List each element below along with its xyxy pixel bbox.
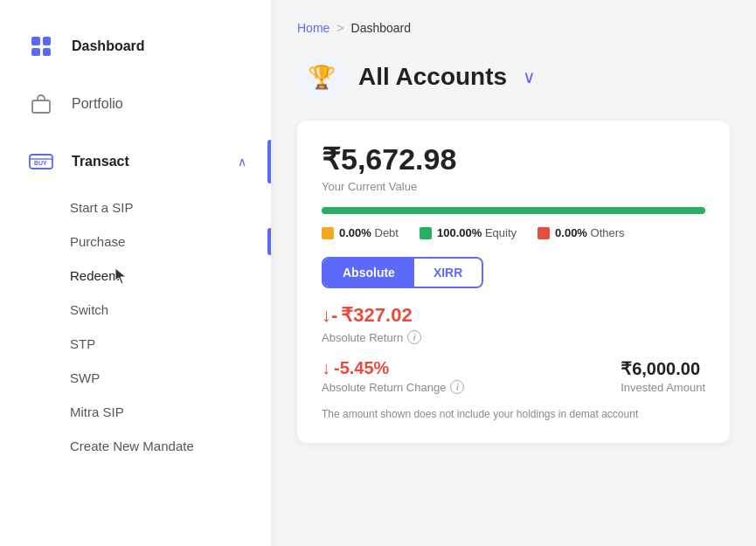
equity-dot [420,227,432,239]
return-amount: ₹327.02 [341,304,412,327]
trophy-emoji: 🏆 [308,64,336,91]
sidebar-portfolio-label: Portfolio [72,96,123,112]
sidebar-item-mitra-sip[interactable]: Mitra SIP [0,395,271,429]
main-content: Home > Dashboard 🏆 All Accounts ∨ ₹5,672… [271,0,756,546]
transact-chevron-icon: ∧ [238,155,246,169]
return-change-info-icon[interactable]: i [450,380,464,394]
transact-submenu: Start a SIP Purchase Redeem Switch STP S… [0,190,271,463]
others-pct: 0.00% Others [555,226,625,239]
portfolio-icon [24,87,58,121]
return-change-block: ↓ -5.45% Absolute Return Change i [322,358,464,394]
bar-equity [322,207,705,214]
xirr-toggle-button[interactable]: XIRR [414,259,482,287]
sidebar-item-dashboard[interactable]: Dashboard [0,17,271,75]
swp-label: SWP [70,370,100,385]
bottom-stats: ↓ -5.45% Absolute Return Change i ₹6,000… [322,358,705,394]
purchase-label: Purchase [70,234,125,249]
invested-value: ₹6,000.00 [621,358,705,379]
debt-dot [322,227,334,239]
redeem-label: Redeem [70,268,120,283]
legend-item-others: 0.00% Others [538,226,625,239]
sidebar-transact-label: Transact [72,154,129,169]
sidebar-item-stp[interactable]: STP [0,327,271,361]
cursor-icon [114,266,129,286]
equity-pct: 100.00% Equity [437,226,517,239]
invested-block: ₹6,000.00 Invested Amount [621,358,705,394]
sidebar-dashboard-label: Dashboard [72,38,145,54]
start-a-sip-label: Start a SIP [70,200,134,215]
current-value-label: Your Current Value [322,180,705,193]
purchase-active-bar [267,228,271,255]
legend-item-debt: 0.00% Debt [322,226,399,239]
sidebar: Dashboard Portfolio BUY Transact ∧ Start… [0,0,271,546]
disclaimer-text: The amount shown does not include your h… [322,406,671,422]
allocation-legend: 0.00% Debt 100.00% Equity 0.00% Others [322,226,705,239]
switch-label: Switch [70,302,108,317]
breadcrumb-current: Dashboard [351,21,412,35]
return-label: Absolute Return i [322,330,705,344]
sidebar-item-create-new-mandate[interactable]: Create New Mandate [0,429,271,463]
account-title: All Accounts [358,63,507,91]
return-value: ↓-₹327.02 [322,304,705,327]
legend-item-equity: 100.00% Equity [420,226,517,239]
sidebar-item-portfolio[interactable]: Portfolio [0,75,271,133]
mitra-sip-label: Mitra SIP [70,404,124,419]
sidebar-item-start-a-sip[interactable]: Start a SIP [0,190,271,225]
allocation-bar [322,207,705,214]
breadcrumb-separator: > [336,21,343,35]
current-value-amount: ₹5,672.98 [322,142,705,176]
absolute-toggle-button[interactable]: Absolute [323,259,414,287]
breadcrumb: Home > Dashboard [297,21,730,35]
debt-pct: 0.00% Debt [339,226,399,239]
return-prefix: ↓- [322,304,337,327]
others-dot [538,227,550,239]
stp-label: STP [70,336,95,351]
svg-rect-0 [32,100,50,113]
dashboard-card: ₹5,672.98 Your Current Value 0.00% Debt … [297,121,730,443]
return-change-label: Absolute Return Change i [322,380,464,394]
account-chevron-down-icon[interactable]: ∨ [523,66,536,87]
sidebar-item-swp[interactable]: SWP [0,361,271,395]
create-new-mandate-label: Create New Mandate [70,439,194,453]
dashboard-icon [24,30,58,63]
sidebar-item-redeem[interactable]: Redeem [0,259,271,293]
sidebar-item-purchase[interactable]: Purchase [0,225,271,259]
svg-text:BUY: BUY [34,160,47,166]
return-change-arrow: ↓ [322,358,330,378]
sidebar-item-transact[interactable]: BUY Transact ∧ [0,133,271,190]
breadcrumb-home[interactable]: Home [297,21,329,35]
return-info-icon[interactable]: i [407,330,421,344]
return-change-value: ↓ -5.45% [322,358,464,378]
transact-active-bar [267,140,271,183]
invested-label: Invested Amount [621,381,705,394]
return-toggle: Absolute XIRR [322,257,483,288]
trophy-icon: 🏆 [297,52,346,101]
transact-icon: BUY [24,145,58,178]
sidebar-item-switch[interactable]: Switch [0,293,271,327]
account-selector[interactable]: 🏆 All Accounts ∨ [297,52,730,101]
